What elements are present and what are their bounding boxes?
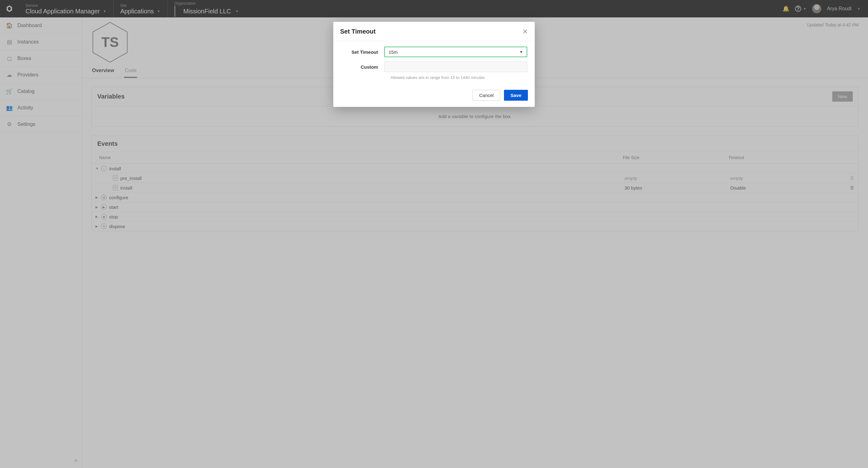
modal-title: Set Timeout (340, 28, 376, 35)
chevron-down-icon: ▼ (520, 50, 523, 54)
close-icon[interactable]: ✕ (522, 28, 528, 35)
timeout-selected-value: 15m (389, 50, 398, 55)
modal-overlay[interactable]: Set Timeout ✕ Set Timeout 15m ▼ Custom A… (0, 0, 868, 468)
custom-timeout-input[interactable] (384, 62, 527, 72)
cancel-button[interactable]: Cancel (472, 90, 500, 101)
save-button[interactable]: Save (504, 90, 528, 101)
timeout-hint: Allowed values are in range from 15 to 1… (341, 75, 527, 80)
timeout-select[interactable]: 15m ▼ (384, 46, 527, 57)
set-timeout-label: Set Timeout (341, 50, 384, 55)
custom-label: Custom (341, 64, 384, 70)
set-timeout-modal: Set Timeout ✕ Set Timeout 15m ▼ Custom A… (333, 22, 535, 107)
